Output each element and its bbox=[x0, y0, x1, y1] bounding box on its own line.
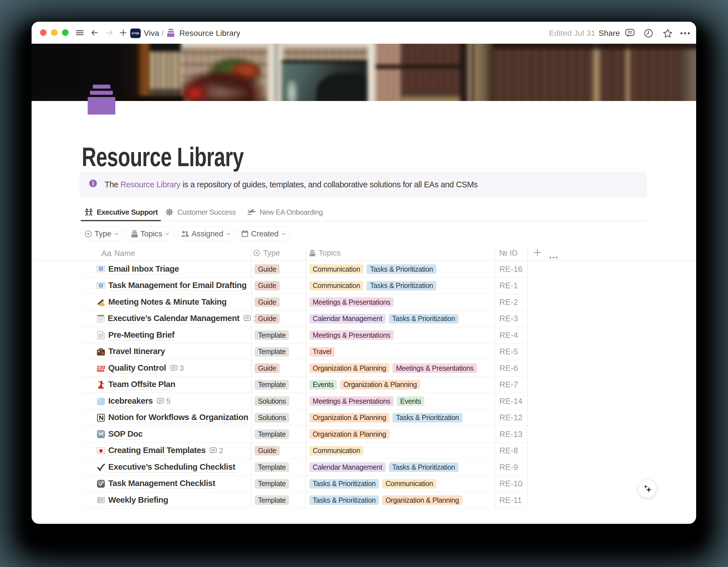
svg-text:100: 100 bbox=[97, 365, 105, 371]
